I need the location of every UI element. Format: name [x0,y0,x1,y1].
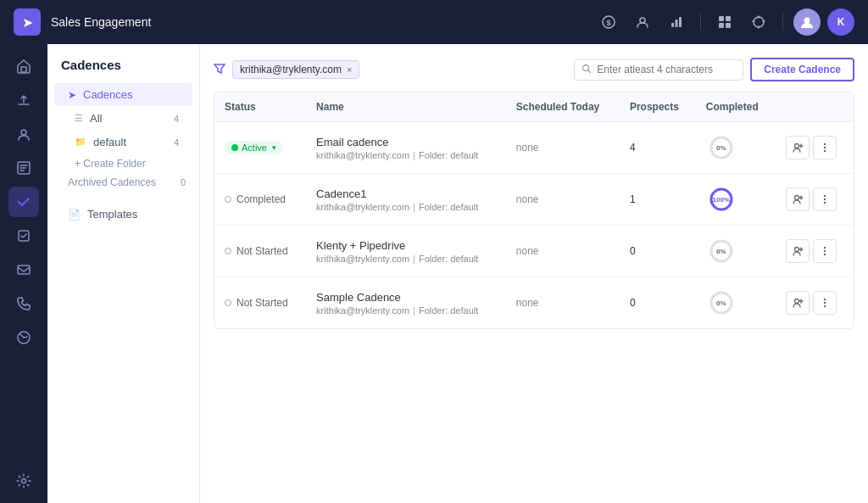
col-status: Status [214,92,306,122]
home-sidebar-icon[interactable] [8,51,39,81]
col-prospects: Prospects [620,92,696,122]
svg-rect-3 [671,23,674,27]
archived-label: Archived Cadences [68,176,156,188]
progress-circle: 100% [706,184,737,215]
svg-point-26 [794,196,798,200]
add-prospect-button[interactable] [786,136,810,159]
svg-point-27 [824,195,826,197]
filter-icon[interactable] [214,63,225,77]
progress-circle: 0% [706,236,737,266]
actions-td [776,226,854,277]
all-nav-item[interactable]: ☰ All 4 [54,107,192,130]
status-label: Completed [236,193,286,205]
topnav-left: ➤ Sales Engagement [14,8,151,36]
svg-rect-15 [18,265,30,274]
email-sidebar-icon[interactable] [8,254,39,285]
filter-bar: krithika@tryklenty.com × Create Cadence [214,58,854,81]
add-prospect-button[interactable] [786,239,810,263]
billing-icon[interactable]: $ [595,8,622,36]
grid-nav-icon[interactable] [711,8,738,36]
contacts-sidebar-icon[interactable] [8,119,39,149]
more-options-button[interactable] [813,187,837,211]
completed-td: 0% [696,226,776,277]
topnav-right: $ [595,8,854,36]
action-buttons [786,136,843,159]
default-folder-count: 4 [174,137,179,148]
add-prospect-button[interactable] [786,291,810,315]
phone-sidebar-icon[interactable] [8,288,39,319]
cadence-name: Sample Cadence [316,291,496,304]
settings-sidebar-icon[interactable] [8,466,39,496]
svg-point-33 [824,250,826,252]
action-buttons [786,239,843,263]
status-dot [231,144,238,151]
completed-td: 0% [696,122,776,174]
avatar-initial[interactable]: K [827,8,854,36]
search-icon [581,64,592,76]
user-avatar[interactable] [793,8,821,36]
create-cadence-button[interactable]: Create Cadence [750,58,854,81]
main-content: krithika@tryklenty.com × Create Cadence [200,44,868,503]
col-actions [776,92,854,122]
status-td: Active ▾ [214,122,306,174]
svg-rect-4 [676,20,678,27]
table-row: Active ▾ Email cadence krithika@tryklent… [214,122,854,174]
svg-point-21 [824,143,826,145]
svg-point-17 [22,479,26,483]
svg-point-20 [794,144,798,148]
left-panel-title: Cadences [47,58,199,82]
add-prospect-button[interactable] [786,187,810,211]
svg-point-31 [794,248,798,252]
upload-sidebar-icon[interactable] [8,85,39,115]
analytics-nav-icon[interactable] [663,8,690,36]
nav-divider-1 [700,14,701,31]
table-row: Not Started Klenty + Pipedrive krithika@… [214,226,854,277]
more-options-button[interactable] [813,239,837,263]
scheduled-td: none [506,226,620,277]
create-folder-item[interactable]: + Create Folder [47,154,199,173]
cadences-table: Status Name Scheduled Today Prospects Co… [214,92,854,329]
svg-rect-11 [21,67,26,72]
templates-nav-item[interactable]: 📄 Templates [54,203,192,226]
completed-td: 0% [696,277,776,329]
svg-rect-7 [726,16,731,21]
cadences-nav-label: Cadences [83,88,133,101]
folder-icon: 📁 [75,137,86,148]
analytics-sidebar-icon[interactable] [8,322,39,353]
more-options-button[interactable] [813,291,837,315]
cadence-sub: krithika@tryklenty.com|Folder: default [316,150,496,160]
cadences-sidebar-icon[interactable] [8,187,39,217]
archived-cadences-item[interactable]: Archived Cadences 0 [47,173,199,192]
separator: | [413,202,415,212]
svg-point-28 [824,198,826,200]
user-nav-icon[interactable] [629,8,656,36]
tasks-sidebar-icon[interactable] [8,221,39,251]
filter-tag-text: krithika@tryklenty.com [240,64,342,75]
status-cell: Not Started [225,245,296,257]
logo-icon: ➤ [14,8,41,36]
status-td: Not Started [214,226,306,277]
filter-tag[interactable]: krithika@tryklenty.com × [232,60,359,79]
templates-sidebar-icon[interactable] [8,153,39,183]
svg-point-22 [824,147,826,148]
all-nav-count: 4 [174,114,179,124]
svg-point-37 [824,299,826,300]
scheduled-td: none [506,174,620,226]
prospects-td: 0 [620,277,696,329]
separator: | [413,150,415,160]
default-folder-item[interactable]: 📁 default 4 [54,131,192,154]
create-folder-label: + Create Folder [75,158,146,170]
svg-point-23 [824,150,826,152]
table-row: Completed Cadence1 krithika@tryklenty.co… [214,174,854,226]
cadence-name: Klenty + Pipedrive [316,239,496,252]
nav-divider-2 [782,14,783,31]
status-dropdown-icon[interactable]: ▾ [272,143,276,152]
status-badge-active: Active ▾ [225,141,283,154]
search-input[interactable] [597,64,736,75]
filter-tag-close[interactable]: × [347,64,352,75]
support-nav-icon[interactable] [745,8,772,36]
col-completed: Completed [696,92,776,122]
table-header-row: Status Name Scheduled Today Prospects Co… [214,92,854,122]
cadences-nav-item[interactable]: ➤ Cadences [54,83,192,106]
more-options-button[interactable] [813,136,837,159]
